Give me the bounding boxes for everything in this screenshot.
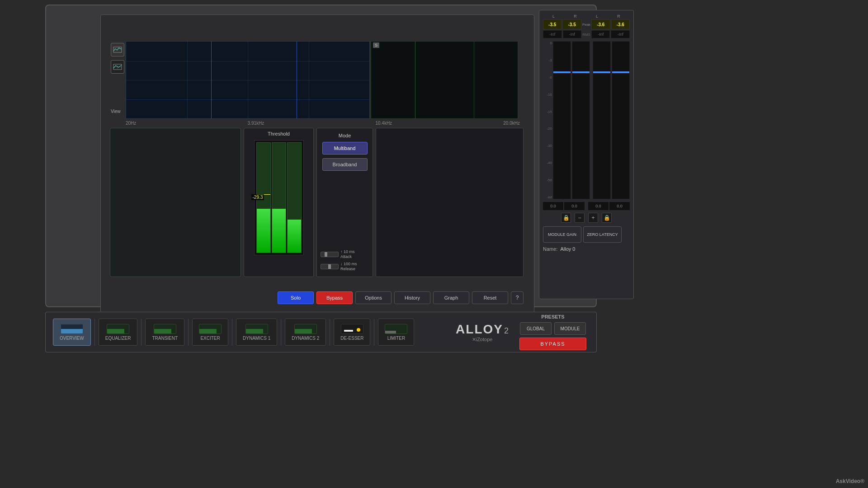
peak-center-label: Peak: [582, 19, 590, 29]
view-btn-2[interactable]: [111, 60, 124, 74]
freq-20hz: 20Hz: [126, 121, 136, 126]
threshold-bar-3: [287, 142, 302, 253]
overview-preview: [61, 324, 83, 334]
rms-r2: -Inf: [611, 30, 630, 38]
threshold-title: Threshold: [268, 128, 290, 138]
overview-fill: [61, 329, 83, 333]
app-container: View S: [0, 0, 868, 488]
rms-r: -Inf: [563, 30, 582, 38]
meter-thumb-r1: [572, 71, 590, 73]
nav-exciter[interactable]: EXCITER: [192, 319, 228, 346]
release-thumb: [328, 264, 331, 269]
action-buttons: Solo Bypass Options History Graph Reset …: [110, 290, 524, 306]
rms-row: -Inf -Inf RMS -Inf -Inf: [543, 30, 630, 38]
name-value: Alloy 0: [560, 246, 575, 252]
attack-slider[interactable]: [321, 252, 339, 257]
presets-title: PRESETS: [541, 314, 564, 319]
attack-values: ↑ 10 ms Attack: [340, 249, 355, 259]
nav-overview-label: OVERVIEW: [60, 336, 84, 341]
display-values: 0.0 0.0 0.0 0.0: [543, 202, 630, 210]
controls-area: Threshold -29.3: [110, 128, 524, 277]
threshold-value: -29.3: [251, 194, 264, 200]
rms-l: -Inf: [543, 30, 562, 38]
solo-button[interactable]: Solo: [278, 291, 314, 304]
release-slider[interactable]: [321, 264, 339, 269]
release-label: Release: [340, 267, 357, 271]
peak-r: -3.5: [562, 19, 581, 29]
bypass-bottom-btn[interactable]: BYPASS: [519, 338, 586, 350]
multiband-btn[interactable]: Multiband: [322, 142, 368, 155]
vu-r1: R: [574, 14, 577, 19]
presets-panel: PRESETS GLOBAL MODULE BYPASS: [517, 314, 589, 350]
release-row: ↓ 100 ms Release: [321, 262, 369, 271]
freq-391khz: 3.91kHz: [248, 121, 264, 126]
nav-equalizer[interactable]: EQUALIZER: [99, 319, 138, 346]
eq-fill: [107, 329, 124, 333]
alloy-logo: ALLOY 2: [456, 322, 509, 337]
vu-l2: L: [596, 14, 598, 19]
nav-dynamics1[interactable]: DYNAMICS 1: [236, 319, 277, 346]
nav-limiter[interactable]: LIMITER: [378, 319, 414, 346]
global-preset-btn[interactable]: GLOBAL: [520, 322, 552, 335]
bypass-button[interactable]: Bypass: [316, 291, 353, 304]
de-esser-preview: [341, 324, 363, 334]
nav-de-esser[interactable]: DE-ESSER: [334, 319, 370, 346]
freq-labels: 20Hz 3.91kHz 10.4kHz 20.0kHz: [126, 121, 520, 126]
nav-transient[interactable]: TRANSIENT: [145, 319, 184, 346]
nav-sep-5: [281, 319, 281, 346]
module-gain-btn[interactable]: MODULE GAIN: [543, 226, 581, 243]
threshold-bar-fill-3: [288, 220, 301, 253]
attack-row: ↑ 10 ms Attack: [321, 249, 369, 259]
scale-inf: -inf: [543, 195, 552, 199]
dyn2-preview: [294, 324, 317, 334]
disp-spacer: [585, 202, 587, 210]
freq-104khz: 10.4kHz: [375, 121, 392, 126]
broadband-btn[interactable]: Broadband: [322, 158, 368, 171]
nav-overview[interactable]: OVERVIEW: [53, 319, 91, 346]
plugin-container: View S: [45, 5, 597, 307]
nav-eq-label: EQUALIZER: [105, 336, 131, 341]
nav-sep-1: [94, 319, 95, 346]
exciter-fill: [199, 329, 217, 333]
eq-preview: [107, 324, 129, 334]
plus-btn[interactable]: +: [588, 213, 598, 223]
attack-label: Attack: [340, 254, 355, 259]
izotope-brand: ✕iZotope: [472, 337, 493, 343]
minus-btn[interactable]: −: [575, 213, 585, 223]
release-values: ↓ 100 ms Release: [340, 262, 357, 271]
meter-ch-r1: [572, 41, 590, 199]
bottom-nav-bar: OVERVIEW EQUALIZER TRANSIENT EXCITER: [45, 312, 597, 352]
threshold-meter[interactable]: -29.3: [254, 140, 304, 255]
nav-sep-6: [330, 319, 330, 346]
zero-latency-btn[interactable]: ZERO LATENCY: [583, 226, 622, 243]
exciter-preview: [199, 324, 222, 334]
peak-l2: -3.6: [591, 19, 610, 29]
name-label: Name:: [543, 246, 557, 252]
reset-button[interactable]: Reset: [472, 291, 508, 304]
options-button[interactable]: Options: [355, 291, 392, 304]
nav-limiter-label: LIMITER: [387, 336, 405, 341]
nav-sep-4: [232, 319, 232, 346]
lock-right-btn[interactable]: 🔒: [602, 213, 612, 223]
threshold-bar-fill-1: [257, 209, 270, 253]
meter-thumb-l2: [593, 71, 611, 73]
view-btn-1[interactable]: [111, 43, 124, 56]
history-button[interactable]: History: [394, 291, 430, 304]
view-label: View: [111, 109, 121, 114]
meter-spacer: [591, 41, 592, 199]
peak-r2: -3.6: [611, 19, 630, 29]
dyn1-fill: [246, 329, 263, 333]
spectrum-display: S: [126, 41, 519, 119]
graph-button[interactable]: Graph: [433, 291, 469, 304]
alloy-version: 2: [504, 326, 509, 336]
meter-scale: 0 -3 -6 -10 -15 -20 -30 -40 -50 -inf: [543, 41, 552, 199]
nav-dynamics2[interactable]: DYNAMICS 2: [285, 319, 326, 346]
attack-release-controls: ↑ 10 ms Attack ↓ 100 ms Release: [317, 244, 373, 277]
de-esser-white: [344, 330, 353, 332]
dyn2-fill: [295, 329, 312, 333]
lock-left-btn[interactable]: 🔒: [561, 213, 571, 223]
disp-r1: 0.0: [564, 202, 585, 210]
disp-l2: 0.0: [588, 202, 609, 210]
module-preset-btn[interactable]: MODULE: [554, 322, 586, 335]
help-button[interactable]: ?: [511, 291, 524, 304]
